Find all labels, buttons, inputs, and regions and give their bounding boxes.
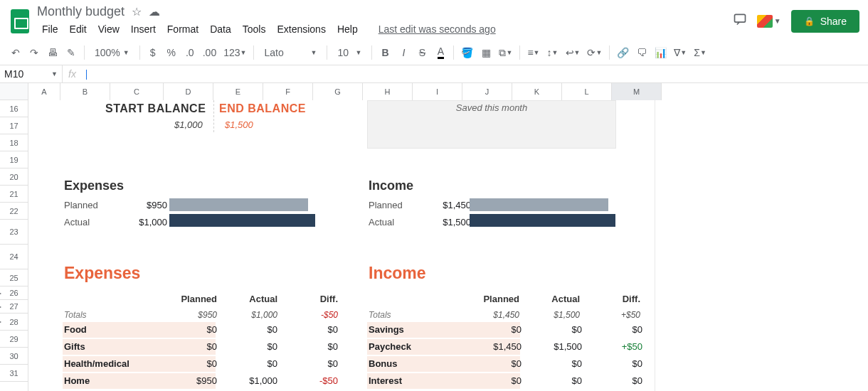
expand-row-icon[interactable]: ▸ bbox=[0, 318, 1, 325]
exp-totals-label: Totals bbox=[64, 310, 87, 320]
sheet-canvas[interactable]: START BALANCE END BALANCE $1,000 $1,500 … bbox=[28, 100, 868, 391]
insert-chart-button[interactable]: 📊 bbox=[652, 43, 669, 62]
col-header-L[interactable]: L bbox=[562, 83, 612, 100]
inc-planned-label: Planned bbox=[369, 200, 403, 210]
row-header-24[interactable]: 24 bbox=[0, 245, 28, 269]
last-edit-link[interactable]: Last edit was seconds ago bbox=[379, 23, 496, 35]
table-cell: $0 bbox=[292, 358, 338, 369]
inc-col-actual: Actual bbox=[534, 294, 580, 304]
menu-file[interactable]: File bbox=[37, 21, 63, 38]
redo-button[interactable]: ↷ bbox=[26, 43, 43, 62]
exp-actual-amt: $1,000 bbox=[117, 217, 167, 227]
col-header-D[interactable]: D bbox=[164, 83, 213, 100]
add-comment-button[interactable]: 🗨 bbox=[633, 43, 650, 62]
strike-button[interactable]: S bbox=[413, 43, 430, 62]
row-header-28[interactable]: ▸28 bbox=[0, 314, 28, 331]
menu-format[interactable]: Format bbox=[162, 21, 203, 38]
rotate-button[interactable]: ⟳▼ bbox=[584, 43, 605, 62]
menu-view[interactable]: View bbox=[93, 21, 125, 38]
menu-data[interactable]: Data bbox=[205, 21, 236, 38]
functions-button[interactable]: Σ▼ bbox=[691, 43, 709, 62]
decrease-decimal-button[interactable]: .0 bbox=[181, 43, 199, 62]
col-header-K[interactable]: K bbox=[512, 83, 562, 100]
row-header-16[interactable]: 16 bbox=[0, 100, 28, 117]
table-cell: $0 bbox=[171, 341, 217, 352]
wrap-button[interactable]: ↩▼ bbox=[563, 43, 583, 62]
link-button[interactable]: 🔗 bbox=[614, 43, 632, 62]
col-header-J[interactable]: J bbox=[462, 83, 512, 100]
doc-title[interactable]: Monthly budget bbox=[37, 4, 125, 19]
table-cell: $0 bbox=[596, 324, 642, 335]
row-header-30[interactable]: 30 bbox=[0, 348, 28, 365]
row-header-21[interactable]: 21 bbox=[0, 186, 28, 203]
row-header-20[interactable]: 20 bbox=[0, 168, 28, 186]
bold-button[interactable]: B bbox=[376, 43, 393, 62]
sheets-logo[interactable] bbox=[6, 7, 34, 36]
exp-actual-bar bbox=[169, 214, 315, 227]
name-box[interactable]: M10▼ bbox=[0, 65, 63, 82]
col-header-E[interactable]: E bbox=[213, 83, 263, 100]
percent-button[interactable]: % bbox=[163, 43, 180, 62]
fill-color-button[interactable]: 🪣 bbox=[458, 43, 476, 62]
row-header-17[interactable]: 17 bbox=[0, 117, 28, 134]
currency-button[interactable]: $ bbox=[144, 43, 162, 62]
row-header-18[interactable]: 18 bbox=[0, 134, 28, 151]
table-row-label: Bonus bbox=[369, 358, 397, 369]
expand-row-icon[interactable]: ▸ bbox=[0, 290, 1, 296]
col-header-I[interactable]: I bbox=[413, 83, 462, 100]
zoom-select[interactable]: 100%▼ bbox=[89, 43, 135, 62]
inc-totals-planned: $1,450 bbox=[473, 310, 519, 320]
col-header-H[interactable]: H bbox=[363, 83, 413, 100]
paint-format-button[interactable]: ✎ bbox=[63, 43, 80, 62]
row-header-23[interactable]: 23 bbox=[0, 220, 28, 245]
borders-button[interactable]: ▦ bbox=[477, 43, 494, 62]
menu-extensions[interactable]: Extensions bbox=[272, 21, 330, 38]
col-header-G[interactable]: G bbox=[313, 83, 363, 100]
font-select[interactable]: Lato▼ bbox=[258, 43, 322, 62]
expand-row-icon[interactable]: ▸ bbox=[0, 304, 1, 310]
col-header-A[interactable]: A bbox=[28, 83, 60, 100]
formula-bar[interactable] bbox=[82, 65, 868, 82]
table-cell: $0 bbox=[231, 341, 277, 352]
print-button[interactable]: 🖶 bbox=[44, 43, 61, 62]
cloud-status-icon[interactable]: ☁ bbox=[149, 5, 160, 18]
text-color-button[interactable]: A bbox=[432, 43, 449, 62]
col-header-M[interactable]: M bbox=[612, 83, 662, 100]
saved-this-month-box: Saved this month bbox=[367, 100, 616, 149]
merge-button[interactable]: ⧉▼ bbox=[496, 43, 515, 62]
inc-totals-label: Totals bbox=[369, 310, 391, 320]
row-header-31[interactable]: 31 bbox=[0, 365, 28, 382]
font-size-select[interactable]: 10▼ bbox=[332, 43, 367, 62]
undo-button[interactable]: ↶ bbox=[7, 43, 24, 62]
table-row-label: Interest bbox=[369, 375, 402, 386]
menu-tools[interactable]: Tools bbox=[238, 21, 271, 38]
row-header-29[interactable]: 29 bbox=[0, 331, 28, 348]
increase-decimal-button[interactable]: .00 bbox=[200, 43, 219, 62]
row-header-25[interactable]: 25 bbox=[0, 269, 28, 286]
exp-col-planned: Planned bbox=[171, 294, 217, 304]
inc-planned-amt: $1,450 bbox=[421, 200, 471, 210]
row-header-26[interactable]: ▸26 bbox=[0, 286, 28, 300]
col-header-C[interactable]: C bbox=[110, 83, 164, 100]
menu-edit[interactable]: Edit bbox=[65, 21, 92, 38]
filter-button[interactable]: ∇▼ bbox=[671, 43, 689, 62]
share-button[interactable]: 🔒Share bbox=[791, 10, 859, 33]
row-header-19[interactable]: 19 bbox=[0, 151, 28, 168]
menu-insert[interactable]: Insert bbox=[126, 21, 161, 38]
menu-help[interactable]: Help bbox=[332, 21, 363, 38]
row-header-22[interactable]: 22 bbox=[0, 203, 28, 220]
expenses-summary-title: Expenses bbox=[64, 178, 124, 193]
select-all-corner[interactable] bbox=[0, 83, 28, 100]
meet-icon[interactable]: ▼ bbox=[757, 15, 781, 28]
col-header-B[interactable]: B bbox=[60, 83, 110, 100]
v-align-button[interactable]: ↕▼ bbox=[544, 43, 561, 62]
star-icon[interactable]: ☆ bbox=[132, 5, 142, 18]
comments-icon[interactable] bbox=[733, 12, 747, 30]
h-align-button[interactable]: ≡▼ bbox=[524, 43, 542, 62]
exp-col-actual: Actual bbox=[231, 294, 277, 304]
italic-button[interactable]: I bbox=[395, 43, 412, 62]
number-format-button[interactable]: 123▼ bbox=[221, 43, 249, 62]
row-header-27[interactable]: ▸27 bbox=[0, 300, 28, 314]
col-header-F[interactable]: F bbox=[263, 83, 313, 100]
lock-icon: 🔒 bbox=[804, 16, 815, 26]
